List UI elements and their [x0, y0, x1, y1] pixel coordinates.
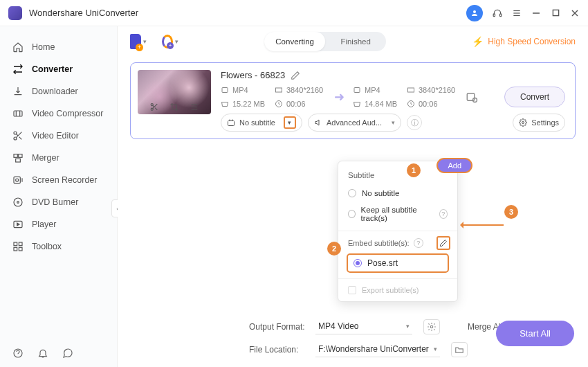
crop-icon[interactable]	[170, 102, 179, 111]
sidebar-item-dvd[interactable]: DVD Burner	[0, 191, 117, 213]
url-plus-icon	[162, 35, 173, 48]
help-icon[interactable]	[12, 348, 24, 359]
callout-step-1: 1	[407, 163, 421, 177]
merger-icon	[12, 152, 24, 163]
sidebar-item-toolbox[interactable]: Toolbox	[0, 235, 117, 258]
tab-converting[interactable]: Converting	[264, 32, 325, 51]
option-no-subtitle[interactable]: No subtitle	[338, 185, 457, 202]
play-icon	[12, 219, 24, 230]
add-url-button[interactable]: ▾	[162, 33, 178, 50]
svg-rect-32	[276, 88, 282, 92]
svg-rect-34	[354, 88, 360, 93]
chevron-down-icon: ▾	[175, 38, 178, 45]
rename-icon[interactable]	[291, 71, 300, 80]
arrow-right-icon: ➜	[334, 89, 344, 105]
output-format-select[interactable]: MP4 Video▾	[315, 319, 412, 334]
add-subtitle-button[interactable]: Add	[437, 158, 472, 173]
sidebar: Home Converter Downloader Video Compress…	[0, 26, 118, 367]
svg-point-19	[17, 202, 19, 204]
add-file-button[interactable]: ▾	[130, 33, 147, 50]
user-avatar[interactable]	[466, 5, 483, 21]
app-logo	[8, 6, 22, 20]
sidebar-item-compressor[interactable]: Video Compressor	[0, 102, 117, 125]
status-tabs: Converting Finished	[264, 32, 386, 51]
dst-size: 14.84 MB	[353, 100, 404, 108]
feedback-icon[interactable]	[62, 348, 73, 359]
bell-icon[interactable]	[37, 348, 48, 359]
sidebar-item-merger[interactable]: Merger	[0, 147, 117, 169]
svg-rect-14	[19, 154, 22, 158]
output-format-label: Output Format:	[249, 322, 309, 332]
edit-subtitle-button[interactable]	[437, 236, 450, 250]
svg-rect-16	[14, 177, 20, 183]
high-speed-link[interactable]: ⚡ High Speed Conversion	[472, 36, 576, 47]
file-location-label: File Location:	[249, 345, 309, 355]
converter-icon	[12, 64, 24, 75]
info-icon[interactable]: ⓘ	[407, 115, 422, 130]
dst-resolution[interactable]: 3840*2160	[407, 86, 458, 94]
help-icon[interactable]: ?	[414, 238, 423, 248]
output-settings-icon[interactable]	[423, 319, 440, 334]
radio-icon	[348, 210, 356, 218]
callout-step-3: 3	[504, 205, 518, 219]
file-plus-icon	[130, 34, 141, 49]
callout-step-2: 2	[327, 242, 341, 256]
sidebar-item-editor[interactable]: Video Editor	[0, 125, 117, 147]
src-duration: 00:06	[275, 100, 326, 108]
trim-icon[interactable]	[150, 102, 159, 111]
dst-duration: 00:06	[407, 100, 458, 108]
svg-rect-21	[14, 242, 17, 246]
effects-icon[interactable]	[190, 102, 199, 111]
dst-format[interactable]: MP4	[353, 86, 404, 94]
file-location-select[interactable]: F:\Wondershare UniConverter▾	[315, 341, 440, 357]
embed-section: Embed subtitle(s): ?	[338, 231, 457, 251]
convert-button[interactable]: Convert	[504, 87, 565, 107]
checkbox-icon[interactable]	[348, 286, 356, 294]
subtitle-select[interactable]: No subtitle ▾	[221, 114, 302, 132]
titlebar: Wondershare UniConverter	[0, 0, 588, 26]
option-keep-all[interactable]: Keep all subtitle track(s)?	[338, 202, 457, 226]
download-icon	[12, 86, 24, 97]
export-subtitle-row: Export subtitle(s)	[338, 278, 457, 297]
headset-icon[interactable]	[493, 8, 502, 18]
settings-button[interactable]: Settings	[513, 114, 565, 132]
open-folder-button[interactable]	[451, 342, 468, 357]
svg-point-18	[14, 198, 22, 206]
main-panel: ▾ ▾ Converting Finished ⚡ High Speed Con…	[118, 26, 588, 367]
svg-point-41	[430, 325, 433, 328]
tab-finished[interactable]: Finished	[325, 32, 386, 51]
bolt-icon: ⚡	[472, 36, 484, 47]
recorder-icon	[12, 174, 24, 186]
start-all-button[interactable]: Start All	[496, 321, 574, 346]
sidebar-item-converter[interactable]: Converter	[0, 58, 117, 80]
svg-rect-7	[553, 10, 558, 15]
svg-point-11	[14, 132, 17, 134]
sidebar-item-downloader[interactable]: Downloader	[0, 80, 117, 102]
src-resolution: 3840*2160	[275, 86, 326, 94]
minimize-button[interactable]	[531, 8, 541, 18]
svg-rect-1	[493, 14, 495, 17]
output-settings-icon[interactable]	[465, 90, 479, 104]
menu-icon[interactable]	[512, 8, 522, 18]
svg-point-38	[473, 98, 477, 102]
help-icon[interactable]: ?	[439, 209, 448, 219]
svg-rect-15	[16, 159, 21, 162]
close-button[interactable]	[570, 8, 580, 18]
sidebar-item-home[interactable]: Home	[0, 36, 117, 58]
maximize-button[interactable]	[551, 8, 560, 18]
svg-point-40	[522, 122, 524, 124]
home-icon	[12, 42, 24, 53]
sidebar-item-recorder[interactable]: Screen Recorder	[0, 169, 117, 191]
scissors-icon	[12, 130, 24, 141]
svg-rect-39	[228, 121, 235, 126]
audio-select[interactable]: Advanced Aud... ▾	[308, 114, 401, 132]
radio-icon	[348, 189, 356, 197]
sidebar-item-player[interactable]: Player	[0, 213, 117, 235]
footer-bar: Output Format: MP4 Video▾ Merge All File…	[235, 312, 588, 367]
subtitle-file-option[interactable]: Pose.srt	[347, 253, 449, 273]
src-size: 15.22 MB	[221, 100, 272, 108]
svg-rect-24	[19, 247, 22, 251]
chevron-down-icon[interactable]: ▾	[284, 116, 296, 129]
file-card: Flowers - 66823 MP4 3840*2160 15.22 MB 0…	[130, 62, 576, 139]
svg-rect-22	[19, 242, 22, 246]
